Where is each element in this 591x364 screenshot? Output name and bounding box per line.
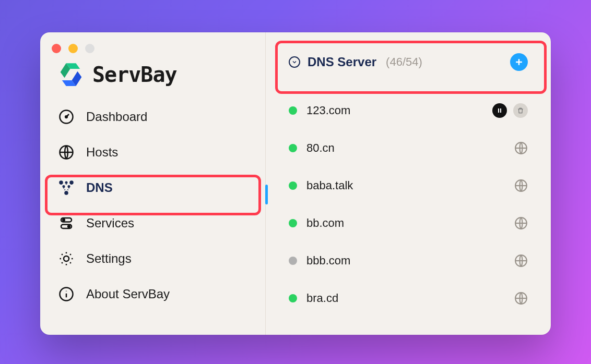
- domain-name: 123.com: [306, 104, 483, 117]
- chevron-down-icon[interactable]: [289, 56, 300, 68]
- section-header: DNS Server (46/54): [266, 32, 551, 87]
- domain-row[interactable]: bb.com: [289, 204, 528, 242]
- brand-logo-icon: [58, 62, 84, 88]
- status-dot-active-icon: [289, 144, 297, 152]
- sidebar-item-label: Services: [86, 216, 134, 230]
- services-icon: [58, 215, 75, 231]
- brand-name: ServBay: [92, 63, 177, 87]
- domain-name: bbb.com: [306, 254, 505, 268]
- domain-name: bra.cd: [306, 292, 505, 305]
- globe-icon: [58, 144, 75, 160]
- sidebar-item-dns[interactable]: DNS: [40, 170, 265, 205]
- domain-name: bb.com: [306, 216, 505, 230]
- status-dot-inactive-icon: [289, 257, 297, 265]
- svg-point-8: [60, 181, 63, 184]
- dashboard-icon: [58, 109, 75, 125]
- window-minimize-button[interactable]: [68, 44, 78, 53]
- domain-row[interactable]: baba.talk: [289, 167, 528, 204]
- domain-name: 80.cn: [306, 141, 505, 155]
- status-dot-active-icon: [289, 219, 297, 227]
- content-pane: DNS Server (46/54) 123.com: [266, 32, 551, 335]
- add-button[interactable]: [510, 53, 528, 71]
- globe-icon[interactable]: [514, 254, 528, 268]
- domain-name: baba.talk: [306, 179, 505, 192]
- dns-icon: [58, 180, 75, 196]
- domain-list: 123.com 80.cn baba.: [266, 87, 551, 317]
- sidebar-item-label: DNS: [86, 180, 113, 195]
- gear-icon: [58, 251, 75, 266]
- svg-point-10: [66, 182, 67, 184]
- window-zoom-button[interactable]: [85, 44, 94, 53]
- svg-point-12: [68, 186, 70, 187]
- svg-point-13: [65, 192, 68, 195]
- svg-point-11: [63, 186, 65, 187]
- sidebar-item-label: About ServBay: [86, 287, 170, 301]
- svg-point-15: [63, 219, 65, 221]
- domain-row[interactable]: bra.cd: [289, 280, 528, 317]
- sidebar-item-label: Dashboard: [86, 110, 147, 124]
- section-title: DNS Server: [308, 55, 376, 69]
- info-icon: [58, 286, 75, 302]
- status-dot-active-icon: [289, 294, 297, 302]
- sidebar-item-dashboard[interactable]: Dashboard: [40, 99, 265, 135]
- svg-point-6: [65, 116, 67, 118]
- svg-point-17: [68, 225, 70, 227]
- sidebar-item-hosts[interactable]: Hosts: [40, 135, 265, 170]
- domain-row[interactable]: 80.cn: [289, 129, 528, 167]
- app-window: ServBay Dashboard Hosts: [40, 32, 551, 335]
- sidebar-item-about[interactable]: About ServBay: [40, 276, 265, 312]
- domain-row[interactable]: 123.com: [289, 92, 528, 129]
- sidebar-nav: Dashboard Hosts: [40, 96, 265, 312]
- svg-point-18: [64, 256, 69, 261]
- window-close-button[interactable]: [52, 44, 61, 53]
- traffic-lights: [52, 44, 94, 53]
- delete-button[interactable]: [513, 103, 528, 118]
- globe-icon[interactable]: [514, 216, 528, 230]
- svg-rect-25: [500, 108, 501, 113]
- sidebar-item-services[interactable]: Services: [40, 205, 265, 241]
- section-count: (46/54): [386, 55, 422, 69]
- svg-rect-24: [498, 108, 499, 113]
- domain-row[interactable]: bbb.com: [289, 242, 528, 280]
- row-actions: [492, 103, 528, 118]
- globe-icon[interactable]: [514, 141, 528, 155]
- status-dot-active-icon: [289, 181, 297, 190]
- sidebar-item-label: Settings: [86, 251, 132, 266]
- globe-icon[interactable]: [514, 292, 528, 305]
- globe-icon[interactable]: [514, 179, 528, 192]
- status-dot-active-icon: [289, 106, 297, 115]
- sidebar-item-settings[interactable]: Settings: [40, 241, 265, 276]
- sidebar: ServBay Dashboard Hosts: [40, 32, 266, 335]
- svg-point-9: [70, 181, 73, 184]
- pause-button[interactable]: [492, 103, 507, 118]
- sidebar-item-label: Hosts: [86, 145, 118, 160]
- brand: ServBay: [40, 32, 265, 96]
